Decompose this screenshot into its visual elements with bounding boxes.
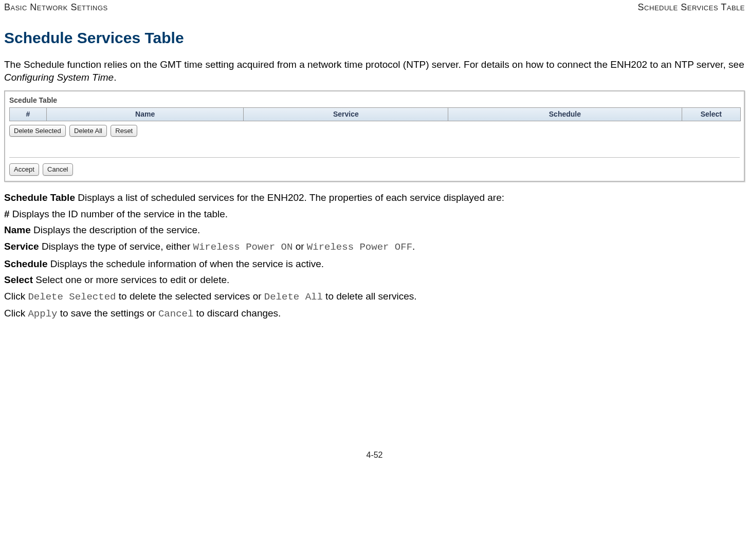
header-left: Basic Network Settings xyxy=(4,1,108,13)
click2-code-b: Cancel xyxy=(158,308,193,320)
delete-selected-button[interactable]: Delete Selected xyxy=(9,125,66,137)
click1-code-a: Delete Selected xyxy=(28,291,116,303)
cancel-button[interactable]: Cancel xyxy=(43,163,72,176)
col-header-service: Service xyxy=(244,108,448,121)
col-header-num: # xyxy=(10,108,47,121)
click-delete-line: Click Delete Selected to delete the sele… xyxy=(4,290,745,304)
col-header-select: Select xyxy=(682,108,740,121)
def-schedule-table-label: Schedule Table xyxy=(4,192,75,203)
def-service: Service Displays the type of service, ei… xyxy=(4,240,745,254)
col-header-schedule: Schedule xyxy=(448,108,682,121)
intro-text-b: . xyxy=(114,72,116,83)
top-button-row: Delete Selected Delete All Reset xyxy=(9,123,740,137)
def-name-desc: Displays the description of the service. xyxy=(31,225,200,235)
page-number: 4-52 xyxy=(4,450,745,461)
click2-mid: to save the settings or xyxy=(57,308,158,319)
schedule-table-header-row: # Name Service Schedule Select xyxy=(9,107,741,121)
intro-paragraph: The Schedule function relies on the GMT … xyxy=(4,58,745,84)
col-header-name: Name xyxy=(47,108,244,121)
page-header: Basic Network Settings Schedule Services… xyxy=(4,1,745,13)
click-apply-line: Click Apply to save the settings or Canc… xyxy=(4,307,745,321)
click2-pre: Click xyxy=(4,308,28,319)
def-name: Name Displays the description of the ser… xyxy=(4,223,745,237)
def-name-label: Name xyxy=(4,225,31,235)
header-right: Schedule Services Table xyxy=(638,1,745,13)
click2-tail: to discard changes. xyxy=(193,308,281,319)
click1-mid: to delete the selected services or xyxy=(116,291,264,302)
section-title: Schedule Services Table xyxy=(4,28,745,49)
scedule-table-caption: Scedule Table xyxy=(9,96,740,105)
def-num-label: # xyxy=(4,209,10,219)
def-service-code-b: Wireless Power OFF xyxy=(307,241,412,253)
divider-line xyxy=(9,157,740,158)
intro-link: Configuring System Time xyxy=(4,72,114,83)
def-service-code-a: Wireless Power ON xyxy=(193,241,293,253)
def-num-desc: Displays the ID number of the service in… xyxy=(10,209,228,219)
reset-button[interactable]: Reset xyxy=(111,125,137,137)
def-select: Select Select one or more services to ed… xyxy=(4,273,745,287)
def-service-desc-a: Displays the type of service, either xyxy=(39,241,193,252)
def-select-label: Select xyxy=(4,274,33,285)
schedule-table-screenshot: Scedule Table # Name Service Schedule Se… xyxy=(4,90,745,182)
def-service-tail: . xyxy=(412,241,415,252)
def-select-desc: Select one or more services to edit or d… xyxy=(33,274,229,285)
def-schedule-table-desc: Displays a list of scheduled services fo… xyxy=(75,192,504,203)
bottom-button-row: Accept Cancel xyxy=(9,162,740,176)
click2-code-a: Apply xyxy=(28,308,57,320)
click1-pre: Click xyxy=(4,291,28,302)
click1-code-b: Delete All xyxy=(264,291,323,303)
def-schedule-label: Schedule xyxy=(4,258,47,269)
accept-button[interactable]: Accept xyxy=(9,163,39,176)
def-schedule-table: Schedule Table Displays a list of schedu… xyxy=(4,191,745,204)
def-num: # Displays the ID number of the service … xyxy=(4,208,745,221)
def-schedule: Schedule Displays the schedule informati… xyxy=(4,257,745,271)
def-schedule-desc: Displays the schedule information of whe… xyxy=(47,258,324,269)
intro-text-a: The Schedule function relies on the GMT … xyxy=(4,59,744,70)
click1-tail: to delete all services. xyxy=(323,291,417,302)
def-service-label: Service xyxy=(4,241,39,252)
def-service-mid: or xyxy=(293,241,306,252)
delete-all-button[interactable]: Delete All xyxy=(69,125,107,137)
